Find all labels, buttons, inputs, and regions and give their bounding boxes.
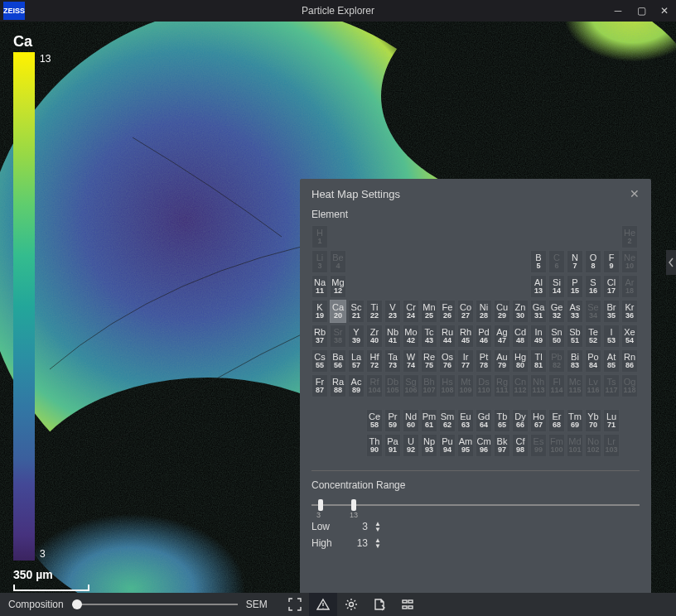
element-cell-be[interactable]: Be4 <box>330 250 346 273</box>
settings-button[interactable] <box>337 593 365 616</box>
element-cell-hs[interactable]: Hs108 <box>439 374 456 397</box>
element-cell-am[interactable]: Am95 <box>457 434 474 457</box>
element-cell-hg[interactable]: Hg80 <box>512 349 529 373</box>
element-cell-as[interactable]: As33 <box>567 300 583 323</box>
element-cell-dy[interactable]: Dy66 <box>512 409 529 432</box>
element-cell-yb[interactable]: Yb70 <box>585 409 601 432</box>
element-cell-ho[interactable]: Ho67 <box>530 409 547 432</box>
element-cell-cr[interactable]: Cr24 <box>403 300 419 323</box>
element-cell-pr[interactable]: Pr59 <box>384 409 401 432</box>
slider-thumb-low[interactable] <box>318 499 323 511</box>
element-cell-mt[interactable]: Mt109 <box>457 374 474 397</box>
element-cell-rn[interactable]: Rn86 <box>621 349 638 373</box>
element-cell-w[interactable]: W74 <box>403 349 419 373</box>
element-cell-ac[interactable]: Ac89 <box>348 374 365 397</box>
element-cell-pt[interactable]: Pt78 <box>476 349 492 373</box>
element-cell-b[interactable]: B5 <box>530 250 547 273</box>
element-cell-kr[interactable]: Kr36 <box>621 300 638 323</box>
element-cell-re[interactable]: Re75 <box>421 349 437 373</box>
element-cell-no[interactable]: No102 <box>585 434 601 457</box>
element-cell-ar[interactable]: Ar18 <box>621 275 638 298</box>
element-cell-cu[interactable]: Cu29 <box>494 300 510 323</box>
element-cell-fr[interactable]: Fr87 <box>311 374 328 397</box>
element-cell-ce[interactable]: Ce58 <box>366 409 383 432</box>
element-cell-og[interactable]: Og118 <box>621 374 638 397</box>
low-spinner[interactable]: ▲▼ <box>374 521 381 532</box>
element-cell-li[interactable]: Li3 <box>311 250 328 273</box>
element-cell-cf[interactable]: Cf98 <box>512 434 529 457</box>
element-cell-u[interactable]: U92 <box>403 434 419 457</box>
element-cell-er[interactable]: Er68 <box>548 409 565 432</box>
element-cell-na[interactable]: Na11 <box>311 275 328 298</box>
element-cell-o[interactable]: O8 <box>585 250 601 273</box>
element-cell-tb[interactable]: Tb65 <box>494 409 510 432</box>
element-cell-ga[interactable]: Ga31 <box>530 300 547 323</box>
element-cell-xe[interactable]: Xe54 <box>621 325 638 348</box>
element-cell-cn[interactable]: Cn112 <box>512 374 529 397</box>
element-cell-h[interactable]: H1 <box>311 225 328 248</box>
element-cell-mc[interactable]: Mc115 <box>567 374 583 397</box>
element-cell-ts[interactable]: Ts117 <box>603 374 620 397</box>
element-cell-tc[interactable]: Tc43 <box>421 325 437 348</box>
element-cell-pa[interactable]: Pa91 <box>384 434 401 457</box>
element-cell-sc[interactable]: Sc21 <box>348 300 365 323</box>
element-cell-sg[interactable]: Sg106 <box>403 374 419 397</box>
element-cell-lv[interactable]: Lv116 <box>585 374 601 397</box>
element-cell-se[interactable]: Se34 <box>585 300 601 323</box>
element-cell-ir[interactable]: Ir77 <box>457 349 474 373</box>
element-cell-sr[interactable]: Sr38 <box>330 325 346 348</box>
element-cell-ge[interactable]: Ge32 <box>548 300 565 323</box>
collapse-sidebar-handle[interactable] <box>666 250 676 275</box>
element-cell-db[interactable]: Db105 <box>384 374 401 397</box>
element-cell-sb[interactable]: Sb51 <box>567 325 583 348</box>
composition-slider[interactable] <box>72 598 238 611</box>
element-cell-ta[interactable]: Ta73 <box>384 349 401 373</box>
concentration-range-slider[interactable]: 3 13 <box>311 496 640 516</box>
element-cell-cm[interactable]: Cm96 <box>476 434 492 457</box>
element-cell-mn[interactable]: Mn25 <box>421 300 437 323</box>
element-cell-al[interactable]: Al13 <box>530 275 547 298</box>
element-cell-br[interactable]: Br35 <box>603 300 620 323</box>
element-cell-tl[interactable]: Tl81 <box>530 349 547 373</box>
element-cell-mo[interactable]: Mo42 <box>403 325 419 348</box>
element-cell-gd[interactable]: Gd64 <box>476 409 492 432</box>
element-cell-nh[interactable]: Nh113 <box>530 374 547 397</box>
element-cell-y[interactable]: Y39 <box>348 325 365 348</box>
element-cell-fm[interactable]: Fm100 <box>548 434 565 457</box>
element-cell-lr[interactable]: Lr103 <box>603 434 620 457</box>
element-cell-ba[interactable]: Ba56 <box>330 349 346 373</box>
element-cell-bk[interactable]: Bk97 <box>494 434 510 457</box>
high-spinner[interactable]: ▲▼ <box>374 537 381 549</box>
element-cell-i[interactable]: I53 <box>603 325 620 348</box>
element-cell-p[interactable]: P15 <box>567 275 583 298</box>
fullscreen-button[interactable] <box>281 593 309 616</box>
element-cell-pd[interactable]: Pd46 <box>476 325 492 348</box>
element-cell-bi[interactable]: Bi83 <box>567 349 583 373</box>
element-cell-md[interactable]: Md101 <box>567 434 583 457</box>
element-cell-ca[interactable]: Ca20 <box>330 300 346 323</box>
element-cell-hf[interactable]: Hf72 <box>366 349 383 373</box>
element-cell-k[interactable]: K19 <box>311 300 328 323</box>
element-cell-po[interactable]: Po84 <box>585 349 601 373</box>
element-cell-ne[interactable]: Ne10 <box>621 250 638 273</box>
element-cell-np[interactable]: Np93 <box>421 434 437 457</box>
element-cell-eu[interactable]: Eu63 <box>457 409 474 432</box>
maximize-button[interactable]: ▢ <box>630 0 653 22</box>
analysis-button[interactable] <box>394 593 422 616</box>
element-cell-os[interactable]: Os76 <box>439 349 456 373</box>
element-cell-rf[interactable]: Rf104 <box>366 374 383 397</box>
composition-thumb[interactable] <box>72 599 82 609</box>
element-cell-ti[interactable]: Ti22 <box>366 300 383 323</box>
element-cell-ni[interactable]: Ni28 <box>476 300 492 323</box>
element-cell-ds[interactable]: Ds110 <box>476 374 492 397</box>
close-button[interactable]: ✕ <box>653 0 676 22</box>
element-cell-ag[interactable]: Ag47 <box>494 325 510 348</box>
element-cell-te[interactable]: Te52 <box>585 325 601 348</box>
export-button[interactable] <box>365 593 394 616</box>
element-cell-rh[interactable]: Rh45 <box>457 325 474 348</box>
element-cell-fe[interactable]: Fe26 <box>439 300 456 323</box>
element-cell-c[interactable]: C6 <box>548 250 565 273</box>
element-cell-au[interactable]: Au79 <box>494 349 510 373</box>
element-cell-bh[interactable]: Bh107 <box>421 374 437 397</box>
element-cell-sm[interactable]: Sm62 <box>439 409 456 432</box>
